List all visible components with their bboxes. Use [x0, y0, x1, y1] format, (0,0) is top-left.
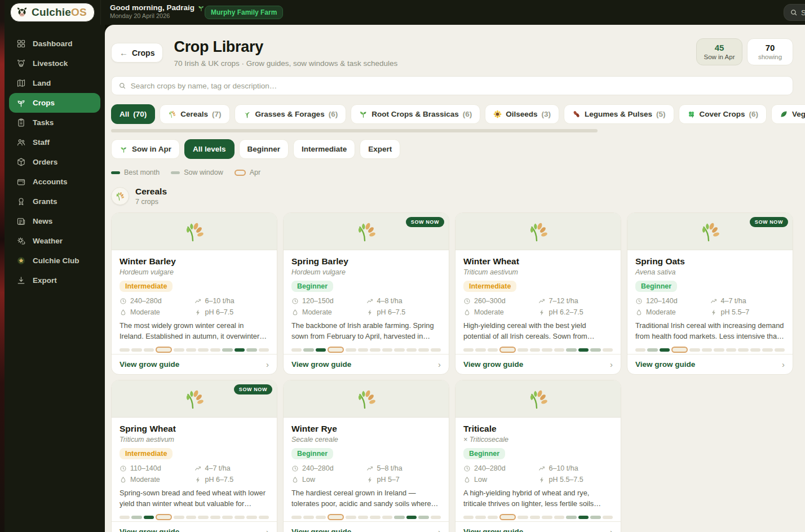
ph-zap-icon	[194, 476, 202, 484]
level-chip-all-levels[interactable]: All levels	[184, 139, 235, 159]
view-grow-guide-button[interactable]: View grow guide ›	[284, 521, 449, 532]
stat-sow-in-apr: 45 Sow in Apr	[696, 38, 742, 65]
page-header: ← Crops Crop Library 70 Irish & UK crops…	[111, 38, 793, 68]
sidebar-item-label: Crops	[33, 99, 55, 107]
stat-duration: 240–280d	[463, 464, 538, 472]
level-chip-expert[interactable]: Expert	[360, 139, 400, 159]
legend-label: Best month	[124, 169, 160, 176]
category-chip-grasses-forages[interactable]: Grasses & Forages (6)	[235, 104, 347, 124]
sow-window-bar	[291, 514, 441, 521]
droplet-icon	[291, 309, 299, 316]
month-segment	[702, 348, 712, 352]
crop-card-media	[112, 213, 277, 250]
view-grow-guide-button[interactable]: View grow guide ›	[112, 521, 277, 532]
trend-up-icon	[194, 298, 202, 305]
sidebar-item-export[interactable]: Export	[9, 271, 100, 290]
sow-window-bar	[463, 347, 613, 353]
view-grow-guide-button[interactable]: View grow guide ›	[284, 354, 449, 374]
sidebar: Dashboard Livestock Land Crops Tasks Sta…	[5, 25, 105, 532]
club-icon	[16, 256, 26, 265]
sprout-icon	[120, 145, 128, 153]
app-logo[interactable]: CulchieOS	[10, 3, 95, 22]
chip-count: (5)	[656, 110, 666, 118]
ph-zap-icon	[366, 476, 374, 484]
farm-badge[interactable]: Murphy Family Farm	[205, 6, 283, 19]
legend-item: Best month	[111, 169, 160, 176]
month-segment	[259, 516, 269, 519]
stat-duration: 240–280d	[120, 297, 194, 305]
trend-up-icon	[538, 298, 546, 305]
view-grow-guide-button[interactable]: View grow guide ›	[627, 354, 793, 374]
category-chip-root-crops-brassicas[interactable]: Root Crops & Brassicas (6)	[351, 104, 480, 124]
sidebar-item-accounts[interactable]: Accounts	[9, 172, 100, 192]
header-divider	[100, 0, 101, 25]
chevron-right-icon: ›	[610, 527, 613, 532]
sidebar-item-culchie-club[interactable]: Culchie Club	[9, 251, 100, 271]
sidebar-item-grants[interactable]: Grants	[9, 192, 100, 211]
chip-label: Vegetables	[792, 110, 805, 118]
clock-icon	[463, 298, 471, 305]
category-chip-oilseeds[interactable]: Oilseeds (3)	[485, 104, 559, 124]
category-chip-cereals[interactable]: Cereals (7)	[160, 104, 229, 124]
ph-zap-icon	[710, 309, 718, 316]
month-segment	[775, 348, 785, 352]
sidebar-item-land[interactable]: Land	[9, 73, 100, 93]
crop-latin-name: Triticum aestivum	[463, 268, 613, 276]
crop-stats: 110–140d 4–7 t/ha Moderate pH 6–7.5	[120, 464, 269, 484]
difficulty-badge: Intermediate	[120, 448, 172, 459]
month-segment	[235, 348, 245, 352]
month-segment	[394, 348, 404, 352]
view-grow-guide-button[interactable]: View grow guide ›	[455, 521, 621, 532]
stat-duration: 120–150d	[291, 297, 366, 305]
map-icon	[16, 78, 26, 88]
trend-up-icon	[710, 298, 718, 305]
sidebar-item-label: Weather	[33, 237, 63, 245]
level-chip-intermediate[interactable]: Intermediate	[293, 139, 355, 159]
crop-card-body: Spring Barley Hordeum vulgare Beginner 1…	[284, 250, 449, 354]
back-button[interactable]: ← Crops	[111, 43, 163, 63]
sidebar-item-news[interactable]: News	[9, 211, 100, 231]
month-segment	[222, 516, 232, 519]
month-segment	[358, 516, 368, 519]
month-segment	[235, 516, 245, 519]
clock-icon	[120, 465, 127, 472]
level-chip-beginner[interactable]: Beginner	[239, 139, 289, 159]
category-chip-all[interactable]: All (70)	[111, 104, 155, 124]
category-chip-cover-crops[interactable]: Cover Crops (6)	[679, 104, 767, 124]
wheat-icon	[168, 110, 176, 118]
horizontal-scrollbar[interactable]	[111, 129, 598, 132]
category-chip-vegetables[interactable]: Vegetables (19)	[771, 104, 805, 124]
global-search[interactable]: Search	[784, 4, 805, 21]
month-segment	[346, 348, 356, 352]
month-segment	[406, 516, 417, 519]
crop-description: The hardiest cereal grown in Ireland — t…	[291, 488, 441, 509]
sidebar-item-staff[interactable]: Staff	[9, 132, 100, 152]
view-grow-guide-button[interactable]: View grow guide ›	[112, 354, 277, 374]
legend-swatch-best	[111, 171, 120, 174]
stat-water: Moderate	[463, 308, 538, 316]
crop-name: Spring Barley	[291, 256, 441, 267]
sidebar-item-tasks[interactable]: Tasks	[9, 113, 100, 132]
clock-icon	[635, 298, 643, 305]
droplet-icon	[291, 476, 299, 484]
sidebar-item-weather[interactable]: Weather	[9, 231, 100, 251]
sidebar-item-crops[interactable]: Crops	[9, 93, 100, 113]
level-chip-sow-in-apr[interactable]: Sow in Apr	[111, 139, 180, 159]
stat-ph: pH 6–7.5	[366, 308, 441, 316]
stat-yield: 4–8 t/ha	[366, 297, 441, 305]
category-chip-legumes-pulses[interactable]: Legumes & Pulses (5)	[564, 104, 674, 124]
month-segment	[246, 516, 256, 519]
crop-search-bar[interactable]	[111, 76, 793, 95]
sow-now-badge: SOW NOW	[750, 217, 788, 227]
month-segment	[382, 348, 392, 352]
view-grow-guide-button[interactable]: View grow guide ›	[455, 354, 621, 374]
crop-search-input[interactable]	[131, 82, 786, 90]
month-segment	[603, 348, 613, 352]
sidebar-item-dashboard[interactable]: Dashboard	[9, 34, 100, 54]
chevron-right-icon: ›	[782, 360, 785, 369]
crop-latin-name: Triticum aestivum	[120, 436, 269, 444]
sidebar-item-orders[interactable]: Orders	[9, 152, 100, 172]
chevron-right-icon: ›	[266, 360, 269, 369]
chip-label: Intermediate	[302, 145, 347, 153]
sidebar-item-livestock[interactable]: Livestock	[9, 54, 100, 73]
